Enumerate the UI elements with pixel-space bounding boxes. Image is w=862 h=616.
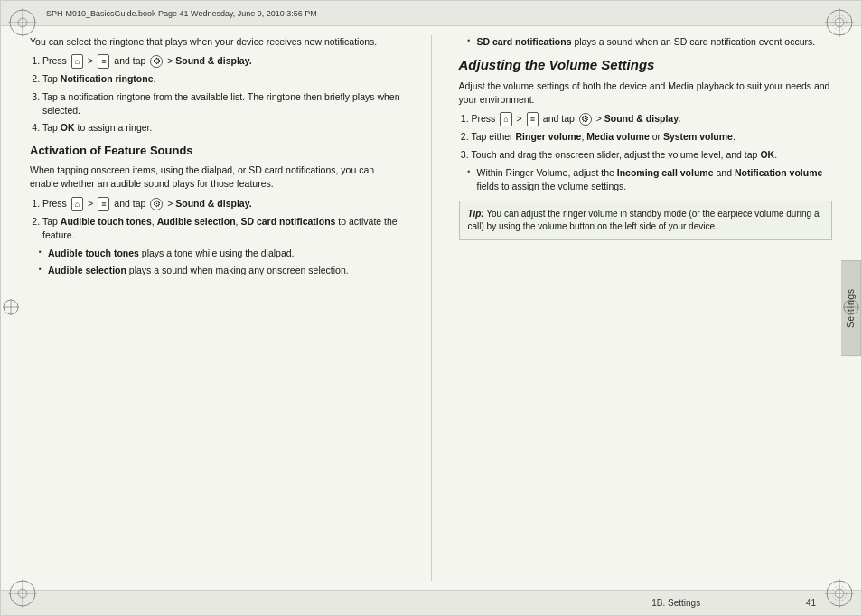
home-icon: ⌂ xyxy=(71,54,83,69)
system-volume-label: System volume xyxy=(663,131,733,142)
header-text: SPH-M910_BasicsGuide.book Page 41 Wednes… xyxy=(46,9,317,18)
gear-icon-3: ⚙ xyxy=(579,113,592,126)
gear-icon: ⚙ xyxy=(150,55,163,68)
notification-step-1: Press ⌂ > ≡ and tap ⚙ > Sound & display. xyxy=(42,54,404,69)
audible-bullets: Audible touch tones plays a tone while u… xyxy=(39,247,404,276)
ok-label-2: OK xyxy=(760,149,774,160)
notification-step-4: Tap OK to assign a ringer. xyxy=(42,121,404,135)
audible-selection-bold: Audible selection xyxy=(48,265,126,275)
incoming-call-bullet: Within Ringer Volume, adjust the Incomin… xyxy=(468,166,833,193)
volume-sub-bullets: Within Ringer Volume, adjust the Incomin… xyxy=(468,166,833,193)
adjusting-heading: Adjusting the Volume Settings xyxy=(459,56,833,74)
main-content: You can select the ringtone that plays w… xyxy=(21,26,841,590)
activation-paragraph: When tapping onscreen items, using the d… xyxy=(30,163,404,191)
tip-box: Tip: You can adjust the ringer volume in… xyxy=(459,201,833,240)
left-column: You can select the ringtone that plays w… xyxy=(21,35,413,581)
page-header: SPH-M910_BasicsGuide.book Page 41 Wednes… xyxy=(1,1,861,26)
right-margin xyxy=(841,26,861,590)
notification-volume-bold: Notification volume xyxy=(735,167,822,178)
activation-heading: Activation of Feature Sounds xyxy=(30,144,404,159)
page: SPH-M910_BasicsGuide.book Page 41 Wednes… xyxy=(0,0,862,616)
gear-icon-2: ⚙ xyxy=(150,198,163,210)
audible-selection-label: Audible selection xyxy=(157,216,236,227)
audible-features-label: Audible touch tones xyxy=(61,216,152,227)
home-icon-3: ⌂ xyxy=(500,112,511,126)
activation-step-2: Tap Audible touch tones, Audible selecti… xyxy=(42,215,404,242)
adjusting-paragraph: Adjust the volume settings of both the d… xyxy=(459,79,833,107)
home-icon-2: ⌂ xyxy=(71,197,83,211)
content-area: You can select the ringtone that plays w… xyxy=(1,26,861,590)
sd-card-bold: SD card notifications xyxy=(477,36,572,47)
tip-text: You can adjust the ringer volume in stan… xyxy=(468,209,820,231)
right-margin-mark xyxy=(842,298,860,318)
sound-display-label-2: Sound & display. xyxy=(175,198,251,209)
page-footer: 1B. Settings 41 xyxy=(1,590,861,615)
ok-label: OK xyxy=(61,122,75,133)
left-margin-mark xyxy=(2,298,20,318)
footer-page: 41 xyxy=(806,598,816,608)
notification-ringtone-label: Notification ringtone xyxy=(61,73,154,84)
tip-label: Tip: xyxy=(468,209,484,219)
intro-paragraph: You can select the ringtone that plays w… xyxy=(30,35,404,49)
notification-step-3: Tap a notification ringtone from the ava… xyxy=(42,90,404,117)
adjusting-step-2: Tap either Ringer volume, Media volume o… xyxy=(472,130,833,144)
notification-step-2: Tap Notification ringtone. xyxy=(42,72,404,86)
ringer-volume-label: Ringer volume xyxy=(516,131,582,142)
menu-icon: ≡ xyxy=(98,54,109,69)
audible-touch-tones-bold: Audible touch tones xyxy=(48,247,139,258)
right-column: SD card notifications plays a sound when… xyxy=(450,35,842,581)
activation-step-1: Press ⌂ > ≡ and tap ⚙ > Sound & display. xyxy=(42,197,404,211)
activation-steps-list: Press ⌂ > ≡ and tap ⚙ > Sound & display.… xyxy=(42,197,404,243)
adjusting-steps-list: Press ⌂ > ≡ and tap ⚙ > Sound & display.… xyxy=(472,112,833,162)
menu-icon-3: ≡ xyxy=(527,112,539,126)
menu-icon-2: ≡ xyxy=(98,197,109,211)
left-margin xyxy=(1,26,21,590)
audible-touch-tones-bullet: Audible touch tones plays a tone while u… xyxy=(39,247,404,260)
adjusting-step-3: Touch and drag the onscreen slider, adju… xyxy=(472,148,833,162)
incoming-call-bold: Incoming call volume xyxy=(617,167,714,178)
audible-selection-bullet: Audible selection plays a sound when mak… xyxy=(39,264,404,277)
sd-card-bullet-list: SD card notifications plays a sound when… xyxy=(468,35,833,49)
sd-card-bullet: SD card notifications plays a sound when… xyxy=(468,35,833,49)
footer-section: 1B. Settings xyxy=(651,598,700,608)
column-divider xyxy=(431,35,432,581)
media-volume-label: Media volume xyxy=(586,131,649,142)
adjusting-step-1: Press ⌂ > ≡ and tap ⚙ > Sound & display. xyxy=(472,112,833,126)
sound-display-label: Sound & display. xyxy=(175,55,251,66)
sound-display-label-3: Sound & display. xyxy=(604,113,680,124)
notification-steps-list: Press ⌂ > ≡ and tap ⚙ > Sound & display.… xyxy=(42,54,404,135)
sd-card-notif-label: SD card notifications xyxy=(240,216,335,227)
